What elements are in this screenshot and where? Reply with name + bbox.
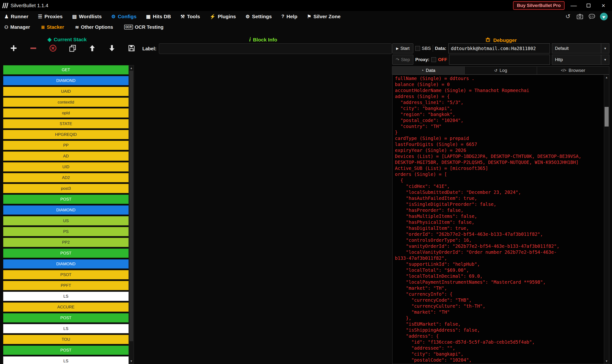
stack-block-contextid[interactable]: contextId xyxy=(3,98,129,107)
stack-block-post3[interactable]: post3 xyxy=(3,184,129,193)
wordlist-type-dropdown[interactable]: Default ▾ xyxy=(552,43,609,53)
stack-block-hpgreqid[interactable]: HPGREQID xyxy=(3,130,129,139)
duplicate-block-button[interactable] xyxy=(67,43,78,53)
stack-block-pp[interactable]: PP xyxy=(3,141,129,150)
menu-item-silver-zone[interactable]: ⚑ Silver Zone xyxy=(307,14,340,19)
stack-block-post[interactable]: POST xyxy=(3,195,129,204)
stack-block-post[interactable]: POST xyxy=(3,248,129,258)
remove-block-button[interactable] xyxy=(28,43,38,53)
stack-block-psot[interactable]: PSOT xyxy=(3,270,129,279)
menu-item-hits-db[interactable]: ▦ Hits DB xyxy=(146,14,171,19)
menu-item-icon: ♟ xyxy=(4,14,9,19)
stack-block-uid[interactable]: UID xyxy=(3,162,129,172)
minimize-button[interactable]: — xyxy=(568,0,579,11)
subnav-item-ocr-testing[interactable]: OCR OCR Testing xyxy=(124,25,163,30)
stack-block-diamond[interactable]: DIAMOND xyxy=(3,76,129,85)
stack-block-ppft[interactable]: PPFT xyxy=(3,281,129,290)
buy-pro-button[interactable]: Buy SilverBullet Pro xyxy=(513,1,565,10)
clear-stack-button[interactable] xyxy=(48,43,58,53)
stack-block-state[interactable]: STATE xyxy=(3,119,129,129)
stack-block-accure[interactable]: ACCURE xyxy=(3,302,129,312)
chevron-down-icon[interactable]: ▾ xyxy=(601,44,609,53)
menu-item-help[interactable]: ? Help xyxy=(281,14,297,19)
menu-item-runner[interactable]: ♟ Runner xyxy=(4,14,28,19)
history-icon[interactable]: ↺ xyxy=(564,13,572,20)
stack-block-label: GET xyxy=(62,68,70,72)
menu-item-tools[interactable]: ⚒ Tools xyxy=(181,14,200,19)
tab-icon: ↺ xyxy=(494,68,497,73)
stack-block-post[interactable]: POST xyxy=(3,313,129,323)
stack-scrollbar-thumb[interactable] xyxy=(130,71,133,341)
menu-item-settings[interactable]: ⚙ Settings xyxy=(246,14,272,19)
stack-block-post[interactable]: POST xyxy=(3,346,129,355)
stack-scrollbar-track[interactable] xyxy=(130,71,133,359)
stack-block-pp2[interactable]: PP2 xyxy=(3,238,129,247)
stack-block-ls[interactable]: LS xyxy=(3,356,129,364)
stack-block-ls[interactable]: LS xyxy=(3,324,129,333)
scroll-up-button[interactable]: ▲ xyxy=(604,75,609,80)
proxy-type-dropdown[interactable]: Http ▾ xyxy=(552,55,609,65)
stack-block-ls[interactable]: LS xyxy=(3,292,129,301)
scroll-down-button[interactable]: ▼ xyxy=(129,359,134,364)
stack-block-diamond[interactable]: DIAMOND xyxy=(3,259,129,269)
save-icon xyxy=(128,44,135,52)
stack-block-ps[interactable]: PS xyxy=(3,227,129,236)
close-button[interactable]: × xyxy=(598,0,609,11)
subnav-item-manager[interactable]: ⚇ Manager xyxy=(4,25,30,30)
label-input[interactable] xyxy=(159,43,392,54)
move-down-button[interactable] xyxy=(107,43,117,53)
menu-item-icon: ▦ xyxy=(146,14,151,19)
menu-item-icon: ⚑ xyxy=(307,14,311,19)
stack-block-opid[interactable]: opId xyxy=(3,108,129,118)
output-scrollbar[interactable]: ▲ ▼ xyxy=(604,75,609,364)
data-input[interactable] xyxy=(448,43,550,53)
subnav-item-stacker[interactable]: ≣ Stacker xyxy=(41,25,64,30)
stack-block-label: POST xyxy=(60,316,71,320)
stack-block-get[interactable]: GET xyxy=(3,65,129,75)
stack-scrollbar[interactable]: ▲ ▼ xyxy=(129,65,134,364)
start-button[interactable]: ▶ Start xyxy=(392,43,413,53)
start-button-label: Start xyxy=(400,46,410,51)
proxy-checkbox[interactable] xyxy=(431,57,436,62)
menu-item-configs[interactable]: ⚙ Configs xyxy=(111,14,136,19)
tab-label: Browser xyxy=(569,68,586,73)
stack-block-diamond[interactable]: DIAMOND xyxy=(3,205,129,215)
menu-item-wordlists[interactable]: ▤ Wordlists xyxy=(72,14,102,19)
tab-label: Log xyxy=(500,68,507,73)
move-up-button[interactable] xyxy=(87,43,97,53)
stack-block-tou[interactable]: TOU xyxy=(3,335,129,344)
sbs-toggle[interactable]: SBS xyxy=(415,46,431,51)
screenshot-camera-icon[interactable] xyxy=(576,13,584,20)
debugger-row-step: ↷ Step Proxy: OFF Http ▾ xyxy=(392,55,609,65)
step-button[interactable]: ↷ Step xyxy=(392,55,413,65)
tab-icon: ◔ xyxy=(421,68,424,73)
sbs-checkbox[interactable] xyxy=(415,46,420,51)
stack-block-us[interactable]: US xyxy=(3,216,129,225)
subnav-item-other-options[interactable]: ≋ Other Options xyxy=(75,25,113,30)
output-scrollbar-thumb[interactable] xyxy=(605,107,609,127)
output-scrollbar-track[interactable] xyxy=(605,80,609,359)
stack-block-label: UID xyxy=(62,165,69,169)
tab-data[interactable]: ◔ Data xyxy=(392,66,465,75)
debug-output[interactable]: fullName (Single) = ddtours . balance (S… xyxy=(395,76,603,364)
add-block-button[interactable] xyxy=(9,43,19,53)
discord-icon[interactable] xyxy=(588,13,596,20)
scroll-up-button[interactable]: ▲ xyxy=(129,65,134,71)
stack-block-ad2[interactable]: AD2 xyxy=(3,173,129,182)
proxy-input[interactable] xyxy=(449,55,550,65)
stack-block-uaid[interactable]: UAID xyxy=(3,87,129,96)
maximize-button[interactable] xyxy=(583,0,594,11)
label-caption: Label: xyxy=(142,46,156,52)
menu-item-proxies[interactable]: ☰ Proxies xyxy=(38,14,63,19)
chevron-down-icon[interactable]: ▾ xyxy=(601,55,609,65)
telegram-icon[interactable]: ▶ xyxy=(600,13,608,20)
scroll-down-button[interactable]: ▼ xyxy=(604,359,609,364)
save-stack-button[interactable] xyxy=(127,43,137,53)
debug-output-panel: fullName (Single) = ddtours . balance (S… xyxy=(392,75,609,364)
tab-browser[interactable]: </> Browser xyxy=(537,66,609,75)
maximize-icon xyxy=(586,4,590,7)
stack-block-ad[interactable]: AD xyxy=(3,151,129,161)
menu-item-plugins[interactable]: ⚡ Plugins xyxy=(210,14,236,19)
tab-log[interactable]: ↺ Log xyxy=(464,66,537,75)
stack-block-label: PPFT xyxy=(61,283,71,288)
